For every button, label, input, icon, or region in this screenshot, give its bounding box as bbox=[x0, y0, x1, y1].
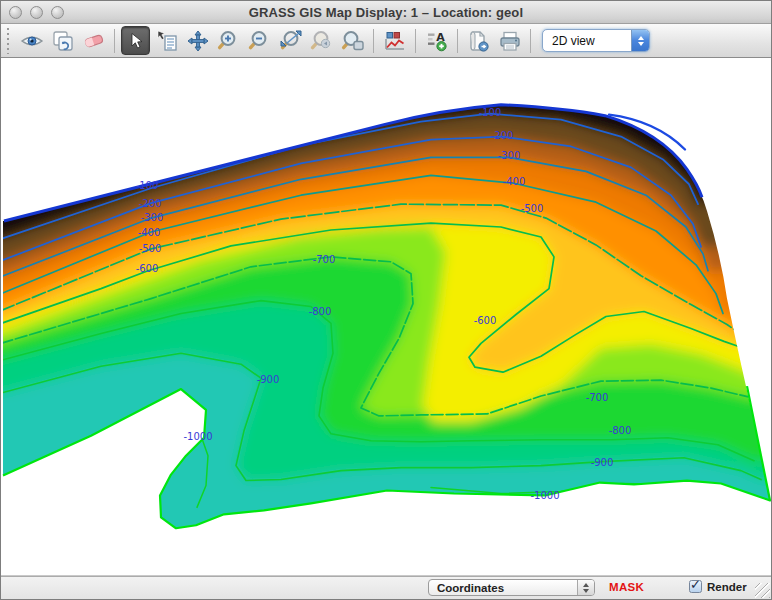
chart-analyze-icon bbox=[383, 29, 407, 53]
magnifier-extent-icon bbox=[278, 29, 304, 53]
contour-label: -800 bbox=[609, 425, 632, 436]
toolbar-separator bbox=[415, 29, 416, 53]
contour-label: -900 bbox=[257, 374, 280, 385]
query-button[interactable] bbox=[152, 26, 181, 55]
zoom-back-button[interactable] bbox=[307, 26, 336, 55]
pan-arrows-icon bbox=[186, 29, 210, 53]
cursor-arrow-icon bbox=[125, 30, 147, 52]
render-checkbox-label: Render bbox=[707, 581, 747, 593]
printer-icon bbox=[497, 29, 523, 53]
contour-label: -800 bbox=[309, 306, 332, 317]
contour-label: -700 bbox=[313, 254, 336, 265]
contour-label: -500 bbox=[139, 243, 162, 254]
contour-label: -300 bbox=[141, 212, 164, 223]
contour-label: -500 bbox=[521, 203, 544, 214]
toolbar-grip[interactable] bbox=[5, 28, 12, 54]
render-checkbox[interactable] bbox=[689, 580, 702, 593]
magnifier-back-icon bbox=[310, 29, 334, 53]
contour-label: -100 bbox=[136, 180, 159, 191]
render-map-button[interactable] bbox=[48, 26, 77, 55]
toolbar-separator bbox=[457, 29, 458, 53]
mask-indicator: MASK bbox=[609, 581, 644, 593]
erase-button[interactable] bbox=[79, 26, 108, 55]
grass-map-display-window: GRASS GIS Map Display: 1 – Location: geo… bbox=[0, 0, 772, 600]
contour-map: -100-200-300-400-500-600-100-200-300-400… bbox=[1, 58, 771, 575]
contour-label: -100 bbox=[479, 107, 502, 118]
save-export-icon bbox=[466, 29, 492, 53]
pan-button[interactable] bbox=[183, 26, 212, 55]
select-stepper-icon bbox=[577, 580, 594, 595]
query-arrow-document-icon bbox=[155, 29, 179, 53]
surface-raster bbox=[1, 58, 771, 575]
contour-label: -400 bbox=[138, 227, 161, 238]
layers-refresh-icon bbox=[51, 29, 75, 53]
toolbar-separator bbox=[530, 29, 531, 53]
magnifier-menu-icon bbox=[341, 29, 365, 53]
contour-label: -1000 bbox=[530, 490, 559, 501]
select-stepper-icon bbox=[631, 30, 649, 51]
pointer-button[interactable] bbox=[121, 26, 150, 55]
contour-label: -300 bbox=[498, 150, 521, 161]
toolbar-separator bbox=[114, 29, 115, 53]
titlebar[interactable]: GRASS GIS Map Display: 1 – Location: geo… bbox=[1, 1, 771, 24]
contour-label: -600 bbox=[474, 315, 497, 326]
contour-label: -600 bbox=[136, 263, 159, 274]
eraser-icon bbox=[82, 29, 106, 53]
display-map-button[interactable] bbox=[17, 26, 46, 55]
zoom-extent-button[interactable] bbox=[276, 26, 305, 55]
statusbar-mode-value: Coordinates bbox=[429, 582, 577, 594]
text-overlay-plus-icon: A bbox=[425, 29, 449, 53]
view-mode-select[interactable]: 2D view bbox=[542, 29, 650, 52]
contour-label: -400 bbox=[503, 176, 526, 187]
window-title: GRASS GIS Map Display: 1 – Location: geo… bbox=[1, 5, 771, 20]
statusbar-mode-select[interactable]: Coordinates bbox=[428, 579, 595, 596]
eye-icon bbox=[20, 29, 44, 53]
zoom-out-button[interactable] bbox=[245, 26, 274, 55]
contour-label: -900 bbox=[591, 457, 614, 468]
zoom-in-button[interactable] bbox=[214, 26, 243, 55]
view-mode-value: 2D view bbox=[543, 34, 631, 48]
statusbar: Coordinates MASK Render bbox=[1, 576, 771, 599]
print-button[interactable] bbox=[495, 26, 524, 55]
add-overlay-button[interactable]: A bbox=[422, 26, 451, 55]
map-canvas[interactable]: -100-200-300-400-500-600-100-200-300-400… bbox=[1, 58, 771, 576]
toolbar-separator bbox=[373, 29, 374, 53]
magnifier-plus-icon bbox=[217, 29, 241, 53]
contour-label: -1000 bbox=[183, 431, 212, 442]
contour-label: -200 bbox=[491, 130, 514, 141]
save-file-button[interactable] bbox=[464, 26, 493, 55]
map-toolbar: A 2D view bbox=[1, 24, 771, 58]
resize-grip-icon[interactable] bbox=[755, 583, 770, 598]
contour-label: -200 bbox=[139, 198, 162, 209]
contour-label: -700 bbox=[586, 392, 609, 403]
magnifier-minus-icon bbox=[248, 29, 272, 53]
zoom-options-button[interactable] bbox=[338, 26, 367, 55]
analyze-button[interactable] bbox=[380, 26, 409, 55]
